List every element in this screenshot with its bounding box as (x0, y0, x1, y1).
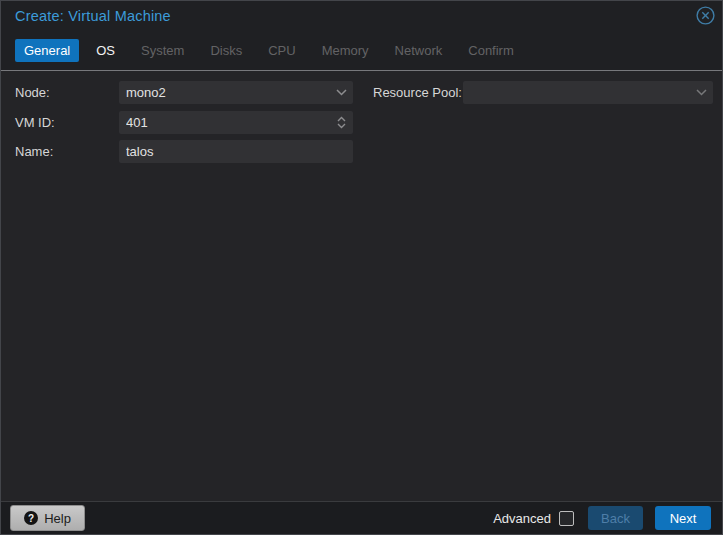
resource-pool-label: Resource Pool: (373, 81, 462, 104)
general-form: Node: VM ID: Name: (1, 72, 722, 501)
close-icon (696, 6, 715, 25)
tab-memory[interactable]: Memory (313, 39, 378, 62)
footer-toolbar: ? Help Advanced Back Next (1, 501, 722, 534)
node-label: Node: (15, 81, 50, 104)
tab-bar: General OS System Disks CPU Memory Netwo… (1, 30, 722, 71)
tab-cpu[interactable]: CPU (259, 39, 304, 62)
node-input[interactable] (119, 81, 353, 104)
vmid-spin-trigger[interactable] (337, 111, 346, 134)
tab-disks[interactable]: Disks (201, 39, 251, 62)
vmid-input[interactable] (119, 111, 353, 134)
tab-network[interactable]: Network (386, 39, 452, 62)
back-button[interactable]: Back (588, 506, 643, 530)
tab-system[interactable]: System (132, 39, 193, 62)
node-combo[interactable] (119, 81, 353, 104)
spinner-down-icon[interactable] (337, 123, 346, 129)
tab-general[interactable]: General (15, 39, 79, 62)
close-button[interactable] (695, 5, 715, 25)
title-bar: Create: Virtual Machine (1, 1, 722, 30)
help-button-label: Help (44, 511, 71, 526)
name-input[interactable] (119, 140, 353, 163)
chevron-down-icon (696, 89, 707, 96)
create-vm-dialog: Create: Virtual Machine General OS Syste… (0, 0, 723, 535)
page-title: Create: Virtual Machine (15, 8, 171, 24)
node-combo-trigger[interactable] (336, 81, 347, 104)
chevron-down-icon (336, 89, 347, 96)
resource-pool-combo-trigger[interactable] (696, 81, 707, 104)
next-button[interactable]: Next (655, 506, 711, 530)
help-button[interactable]: ? Help (10, 505, 85, 531)
advanced-checkbox[interactable] (559, 511, 574, 526)
resource-pool-input[interactable] (463, 81, 713, 104)
tab-os[interactable]: OS (87, 39, 124, 62)
advanced-label: Advanced (493, 511, 551, 526)
tab-confirm[interactable]: Confirm (459, 39, 523, 62)
resource-pool-combo[interactable] (463, 81, 713, 104)
vmid-label: VM ID: (15, 111, 55, 134)
vmid-spinner[interactable] (119, 111, 353, 134)
spinner-up-icon[interactable] (337, 116, 346, 122)
help-icon: ? (24, 511, 38, 525)
name-label: Name: (15, 140, 53, 163)
name-field[interactable] (119, 140, 353, 163)
